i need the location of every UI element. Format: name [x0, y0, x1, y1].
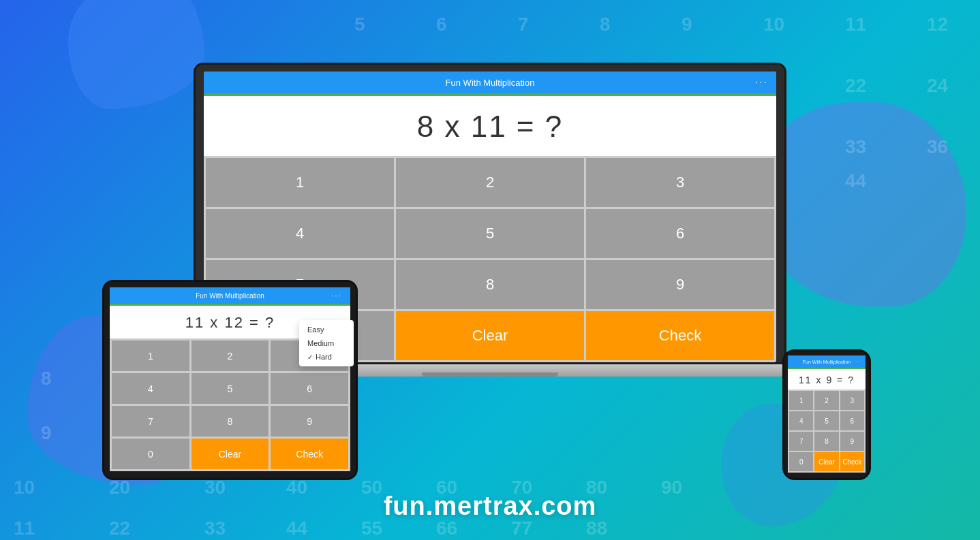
laptop-titlebar: Fun With Multiplication ···: [204, 72, 776, 93]
laptop-check-button[interactable]: Check: [586, 311, 774, 360]
tablet-cell-1[interactable]: 1: [112, 340, 189, 371]
bg-number: 11: [14, 518, 35, 539]
tablet-cell-4[interactable]: 4: [112, 373, 189, 404]
difficulty-medium[interactable]: Medium: [299, 336, 354, 350]
bg-number: 10: [14, 477, 35, 498]
bg-number: 12: [927, 14, 948, 35]
laptop-cell-5[interactable]: 5: [396, 209, 584, 258]
bg-number: 36: [927, 136, 948, 158]
tablet-frame: Fun With Multiplication ··· 11 x 12 = ? …: [102, 280, 358, 480]
tablet-device: Fun With Multiplication ··· 11 x 12 = ? …: [102, 280, 358, 480]
bg-number: 33: [204, 518, 226, 539]
bg-number: 24: [927, 75, 948, 97]
bg-number: 10: [763, 14, 784, 35]
bg-number: 55: [361, 518, 382, 539]
phone-app-title: Fun With Multiplication: [803, 360, 851, 364]
tablet-menu-dots[interactable]: ···: [331, 291, 342, 300]
bg-number: 22: [845, 75, 866, 97]
bg-number: 33: [845, 136, 866, 158]
phone-menu-dots[interactable]: ···: [852, 358, 861, 365]
phone-titlebar: Fun With Multiplication ···: [788, 355, 866, 368]
tablet-app-window: Fun With Multiplication ··· 11 x 12 = ? …: [110, 287, 350, 471]
bg-number: 50: [361, 477, 382, 498]
tablet-cell-2[interactable]: 2: [192, 340, 269, 371]
bg-number: 6: [436, 14, 447, 35]
phone-cell-2[interactable]: 2: [814, 391, 838, 410]
phone-app-window: Fun With Multiplication ··· 11 x 9 = ? 1…: [788, 355, 866, 473]
decorative-blob-1: [68, 0, 204, 109]
laptop-cell-9[interactable]: 9: [586, 260, 774, 309]
laptop-cell-6[interactable]: 6: [586, 209, 774, 258]
bg-number: 9: [682, 14, 692, 35]
phone-cell-0[interactable]: 0: [789, 452, 813, 471]
tablet-titlebar: Fun With Multiplication ···: [110, 287, 350, 304]
phone-cell-3[interactable]: 3: [840, 391, 864, 410]
laptop-cell-3[interactable]: 3: [586, 158, 774, 207]
phone-device: Fun With Multiplication ··· 11 x 9 = ? 1…: [782, 349, 871, 480]
bg-number: 5: [354, 14, 365, 35]
phone-cell-1[interactable]: 1: [789, 391, 813, 410]
tablet-cell-0[interactable]: 0: [112, 439, 189, 469]
laptop-app-title: Fun With Multiplication: [446, 78, 535, 88]
phone-cell-5[interactable]: 5: [814, 411, 838, 430]
phone-question: 11 x 9 = ?: [788, 369, 866, 390]
website-url: fun.mertrax.com: [384, 492, 597, 521]
phone-cell-9[interactable]: 9: [840, 432, 864, 451]
tablet-content-wrap: Fun With Multiplication ··· 11 x 12 = ? …: [110, 287, 350, 471]
difficulty-hard[interactable]: ✓Hard: [299, 350, 354, 364]
medium-label: Medium: [307, 339, 334, 347]
phone-cell-6[interactable]: 6: [840, 411, 864, 430]
easy-label: Easy: [307, 325, 324, 334]
phone-cell-4[interactable]: 4: [789, 411, 813, 430]
decorative-blob-3: [762, 102, 966, 306]
tablet-cell-5[interactable]: 5: [192, 373, 269, 404]
laptop-menu-dots[interactable]: ···: [755, 76, 768, 89]
phone-clear-button[interactable]: Clear: [814, 452, 838, 471]
difficulty-dropdown: Easy Medium ✓Hard: [299, 320, 354, 366]
tablet-check-button[interactable]: Check: [271, 439, 348, 469]
laptop-cell-1[interactable]: 1: [206, 158, 394, 207]
check-icon: ✓: [307, 353, 313, 361]
laptop-cell-4[interactable]: 4: [206, 209, 394, 258]
hard-label: Hard: [316, 353, 332, 361]
tablet-cell-8[interactable]: 8: [192, 406, 269, 436]
bg-number: 8: [41, 368, 52, 390]
phone-cell-7[interactable]: 7: [789, 432, 813, 451]
laptop-clear-button[interactable]: Clear: [396, 311, 584, 360]
laptop-question: 8 x 11 = ?: [204, 96, 776, 156]
bg-number: 44: [845, 170, 866, 192]
tablet-app-title: Fun With Multiplication: [196, 292, 264, 300]
bg-number: 8: [600, 14, 611, 35]
laptop-cell-8[interactable]: 8: [396, 260, 584, 309]
bg-number: 44: [286, 518, 307, 539]
phone-frame: Fun With Multiplication ··· 11 x 9 = ? 1…: [782, 349, 871, 480]
phone-answer-grid: 1 2 3 4 5 6 7 8 9 0 Clear Check: [788, 390, 866, 473]
bg-number: 9: [41, 422, 52, 444]
phone-cell-8[interactable]: 8: [814, 432, 838, 451]
tablet-cell-9[interactable]: 9: [271, 406, 348, 436]
tablet-clear-button[interactable]: Clear: [192, 439, 269, 469]
laptop-cell-2[interactable]: 2: [396, 158, 584, 207]
difficulty-easy[interactable]: Easy: [299, 323, 354, 336]
bg-number: 90: [661, 477, 682, 498]
phone-check-button[interactable]: Check: [840, 452, 864, 471]
bg-number: 11: [845, 14, 866, 35]
tablet-cell-6[interactable]: 6: [271, 373, 348, 404]
bg-number: 7: [518, 14, 529, 35]
tablet-cell-7[interactable]: 7: [112, 406, 189, 436]
bg-number: 22: [109, 518, 130, 539]
